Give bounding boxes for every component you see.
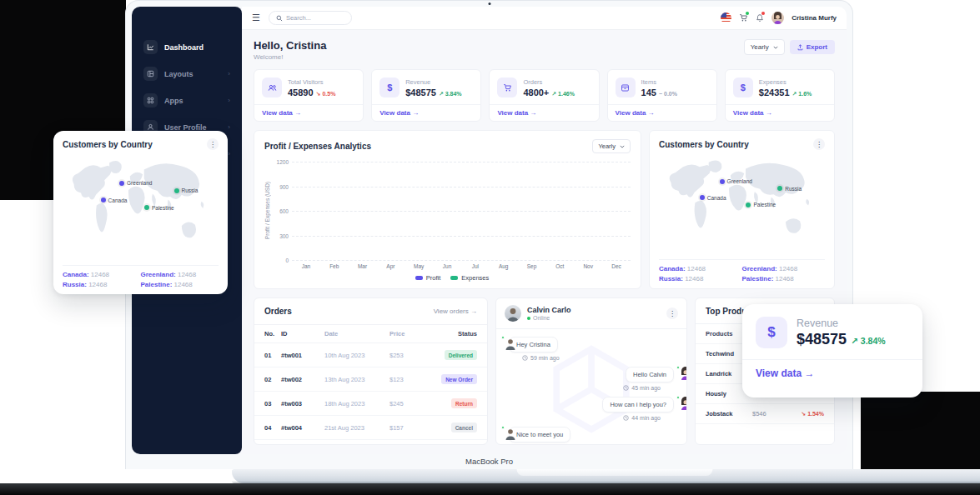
- y-tick: 300: [270, 232, 289, 238]
- dollar-icon: $: [733, 78, 753, 98]
- y-tick: 0: [270, 258, 289, 263]
- orders-col-id: ID: [281, 325, 324, 343]
- webcam-dot: [488, 2, 490, 5]
- x-tick: Dec: [608, 263, 625, 269]
- chat-bubble: Nice to meet you: [509, 427, 570, 442]
- dollar-icon: $: [379, 78, 400, 98]
- chat-contact-name: Calvin Carlo: [527, 306, 571, 314]
- macbook-notch: [516, 469, 712, 476]
- map-marker-greenland[interactable]: Greenland: [720, 178, 752, 184]
- stat-card-expenses: $ Expenses $24351↗ 1.6% View data →: [725, 69, 835, 122]
- logo-watermark: [545, 343, 637, 435]
- status-badge: New Order: [441, 374, 477, 384]
- sidebar-item-layouts[interactable]: Layouts ›: [140, 62, 234, 86]
- stat-change: ↘ 0.5%: [316, 91, 336, 97]
- view-data-link[interactable]: View data →: [742, 359, 922, 387]
- map-marker-palestine[interactable]: Palestine: [144, 205, 174, 211]
- search-box[interactable]: [269, 11, 352, 25]
- marker-dot: [746, 202, 751, 208]
- stat-change: ↗ 1.46%: [551, 91, 575, 97]
- map-marker-russia[interactable]: Russia: [777, 186, 802, 192]
- marker-dot: [101, 198, 106, 202]
- view-data-link[interactable]: View data →: [254, 104, 363, 121]
- chat-bubble: How can i help you?: [602, 397, 674, 412]
- chat-messages: Hey Cristina59 min agoHello Calvin45 min…: [496, 329, 686, 444]
- macbook-mockup: Dashboard Layouts › Apps › User Profile …: [125, 0, 853, 469]
- view-data-link[interactable]: View data →: [608, 104, 716, 121]
- notification-badge: [761, 12, 765, 15]
- product-row[interactable]: Jobstack$546 ↘ 1.54%: [696, 404, 834, 424]
- user-avatar[interactable]: [771, 12, 784, 24]
- search-input[interactable]: [286, 14, 344, 22]
- laptop-shadow: [0, 483, 980, 495]
- kebab-menu-icon[interactable]: ⋮: [813, 138, 825, 150]
- view-orders-link[interactable]: View orders →: [434, 308, 477, 315]
- order-row[interactable]: 04#tw00421st Aug 2023$157 Cancel: [254, 416, 487, 440]
- bell-icon[interactable]: [756, 13, 764, 22]
- map-marker-canada[interactable]: Canada: [700, 195, 726, 201]
- country-stat-palestine: Palestine: 12468: [141, 281, 219, 288]
- cart-icon[interactable]: [739, 13, 748, 22]
- customers-card: Customers by Country ⋮ Canada Greenland …: [649, 130, 835, 289]
- sidebar-item-dashboard[interactable]: Dashboard: [140, 35, 234, 59]
- cart-icon: [497, 78, 517, 98]
- chart-legend: ProfitExpenses: [274, 274, 631, 282]
- period-select[interactable]: Yearly: [744, 39, 785, 55]
- map-marker-russia[interactable]: Russia: [174, 188, 199, 193]
- page-subtitle: Welcome!: [254, 53, 326, 61]
- x-tick: May: [410, 263, 427, 269]
- marker-dot: [720, 179, 725, 184]
- user-name[interactable]: Cristina Murfy: [792, 14, 837, 22]
- chat-status: Online: [527, 315, 571, 321]
- chat-menu-icon[interactable]: ⋮: [666, 308, 678, 319]
- country-stats: Canada: 12468Greenland: 12468Russia: 124…: [63, 265, 219, 288]
- export-button[interactable]: Export: [790, 40, 835, 54]
- x-tick: Mar: [354, 263, 371, 269]
- view-data-link[interactable]: View data →: [726, 104, 834, 121]
- status-badge: Delivered: [445, 350, 477, 360]
- x-tick: Jan: [298, 263, 314, 269]
- order-row[interactable]: 03#tw00318th Aug 2023$245 Return: [254, 392, 487, 416]
- order-row[interactable]: 02#tw00213th Aug 2023$123 New Order: [254, 368, 487, 392]
- users-icon: [262, 78, 282, 98]
- view-data-link[interactable]: View data →: [490, 104, 598, 121]
- page: Dashboard Layouts › Apps › User Profile …: [0, 0, 980, 495]
- x-tick: Apr: [382, 263, 399, 269]
- chat-message: Nice to meet you: [504, 427, 679, 442]
- box-icon: [616, 78, 636, 98]
- grid-icon: [143, 93, 158, 108]
- stat-card-items: Items 145~ 0.0% View data →: [607, 69, 717, 122]
- y-tick: 900: [270, 183, 289, 189]
- orders-card: Orders View orders → No.IDDatePriceStatu…: [254, 298, 488, 445]
- chevron-right-icon: ›: [228, 150, 230, 158]
- order-row[interactable]: 01#tw00110th Aug 2023$253 Delivered: [254, 343, 487, 368]
- marker-dot: [777, 186, 782, 191]
- map-marker-palestine[interactable]: Palestine: [746, 202, 776, 208]
- chevron-right-icon: ›: [228, 97, 230, 104]
- country-stat-palestine: Palestine: 12468: [742, 275, 826, 282]
- view-data-link[interactable]: View data →: [372, 104, 480, 121]
- orders-col-no: No.: [254, 325, 281, 343]
- analytics-period-select[interactable]: Yearly: [592, 139, 631, 153]
- map-marker-canada[interactable]: Canada: [101, 198, 128, 203]
- x-axis-labels: JanFebMarAprMayJunJulAugSepOctNovDec: [292, 263, 631, 269]
- country-stat-canada: Canada: 12468: [659, 265, 742, 272]
- legend-expenses: Expenses: [450, 274, 489, 282]
- dollar-icon: $: [756, 317, 787, 348]
- chevron-down-icon: [620, 145, 625, 148]
- map-marker-greenland[interactable]: Greenland: [119, 180, 152, 186]
- search-icon: [276, 15, 283, 22]
- stat-change: ~ 0.0%: [659, 91, 677, 97]
- country-stat-russia: Russia: 12468: [659, 275, 742, 282]
- world-map: Canada Greenland Russia Palestine: [659, 155, 825, 256]
- marker-dot: [174, 188, 179, 193]
- layout-icon: [143, 67, 158, 81]
- language-flag-icon[interactable]: [721, 12, 731, 23]
- kebab-menu-icon[interactable]: ⋮: [207, 138, 219, 150]
- menu-toggle-icon[interactable]: ☰: [252, 13, 260, 22]
- marker-dot: [119, 181, 124, 186]
- revenue-popup: $ Revenue $48575↗ 3.84% View data →: [742, 304, 922, 398]
- sidebar-item-apps[interactable]: Apps ›: [140, 88, 234, 112]
- y-axis-label: Profit / Expenses (USD): [264, 162, 270, 260]
- status-badge: Cancel: [451, 422, 477, 432]
